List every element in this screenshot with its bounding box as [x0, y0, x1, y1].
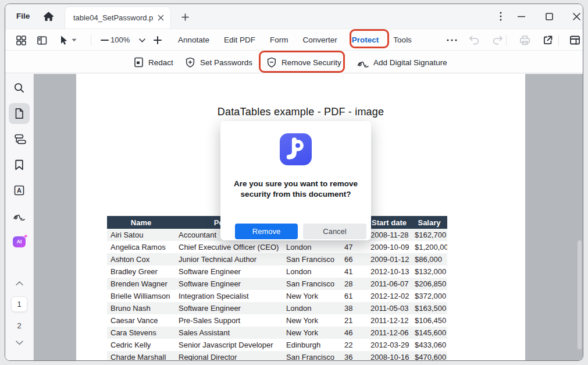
page-up-icon[interactable] — [12, 278, 26, 289]
set-passwords-button[interactable]: Set Passwords — [184, 51, 252, 73]
ribbon-tabs: Annotate Edit PDF Form Converter Protect… — [178, 29, 412, 51]
redact-icon — [133, 56, 144, 68]
table-row: Bruno NashSoftware EngineerLondon382011-… — [107, 302, 447, 314]
tab-protect[interactable]: Protect — [352, 29, 379, 51]
table-cell: Pre-Sales Support — [175, 314, 283, 327]
grid-view-icon[interactable] — [13, 33, 28, 47]
table-cell: Senior Javascript Developer — [175, 339, 283, 351]
table-cell: Bruno Nash — [107, 302, 175, 314]
redo-icon[interactable] — [490, 33, 505, 47]
table-cell: 2011-12-12 — [367, 314, 411, 327]
page-number-2[interactable]: 2 — [17, 318, 21, 332]
table-cell: Software Engineer — [175, 278, 283, 290]
cursor-icon[interactable] — [56, 33, 79, 47]
search-icon[interactable] — [9, 77, 30, 98]
table-row: Cara StevensSales AssistantNew York46201… — [107, 327, 447, 339]
signature-icon[interactable] — [9, 205, 30, 226]
table-row: Brenden WagnerSoftware EngineerSan Franc… — [107, 278, 447, 290]
bookmark-icon[interactable] — [9, 154, 30, 175]
table-cell: 2012-10-13 — [367, 265, 411, 278]
table-row: Bradley GreerSoftware EngineerLondon4120… — [107, 265, 447, 278]
zoom-caret-icon[interactable] — [134, 33, 149, 47]
side-panel-icon[interactable] — [34, 33, 49, 47]
zoom-in-icon[interactable] — [150, 33, 165, 47]
undo-icon[interactable] — [466, 33, 482, 47]
tab-annotate[interactable]: Annotate — [178, 29, 209, 51]
maximize-icon[interactable] — [541, 9, 557, 24]
table-cell: 36 — [341, 351, 367, 361]
window-close-icon[interactable] — [568, 9, 583, 24]
table-cell: $1,200,000 — [411, 241, 447, 253]
table-cell: Brenden Wagner — [107, 278, 175, 290]
app-window: File table04_SetPassword.pdf — [5, 3, 583, 361]
table-cell: 21 — [341, 314, 367, 327]
ellipsis-icon[interactable] — [444, 33, 459, 47]
pdf-document-title: DataTables example - PDF - image — [76, 106, 525, 118]
tab-close-icon[interactable] — [155, 13, 166, 23]
table-row: Cedric KellySenior Javascript DeveloperE… — [107, 339, 447, 351]
outline-icon[interactable] — [9, 129, 30, 150]
table-cell: Sales Assistant — [175, 327, 283, 339]
table-cell: Charde Marshall — [107, 351, 175, 361]
table-cell: 47 — [341, 241, 367, 253]
tab-form[interactable]: Form — [270, 29, 288, 51]
page-thumbnails-icon[interactable] — [9, 103, 30, 124]
layout-icon[interactable] — [567, 33, 582, 47]
tab-tools[interactable]: Tools — [393, 29, 412, 51]
kebab-menu-icon[interactable] — [493, 9, 509, 24]
table-cell: Brielle Williamson — [107, 290, 175, 302]
text-box-icon[interactable]: A — [9, 180, 30, 201]
table-cell: Regional Director — [175, 351, 283, 361]
table-cell: 41 — [341, 265, 367, 278]
table-cell: $162,700 — [411, 229, 447, 241]
protect-toolbar: Redact Set Passwords Remove Security Add… — [5, 51, 583, 73]
vertical-scrollbar[interactable] — [578, 240, 582, 349]
export-icon[interactable] — [540, 33, 555, 47]
cancel-button[interactable]: Cancel — [303, 224, 366, 239]
app-logo — [280, 133, 312, 165]
table-cell: 2011-06-07 — [367, 278, 411, 290]
table-cell: $106,450 — [411, 314, 447, 327]
table-cell: Chief Executive Officer (CEO) — [175, 241, 283, 253]
ai-assistant-icon[interactable]: AI✦ — [9, 231, 30, 252]
remove-button[interactable]: Remove — [235, 224, 298, 239]
table-cell: 46 — [341, 327, 367, 339]
table-cell: Ashton Cox — [107, 253, 175, 265]
remove-security-dialog: Are you sure you want to remove security… — [220, 121, 371, 240]
table-cell: 2008-11-28 — [367, 229, 411, 241]
table-row: Brielle WilliamsonIntegration Specialist… — [107, 290, 447, 302]
zoom-level[interactable]: 100% — [111, 29, 130, 51]
page-down-icon[interactable] — [12, 337, 26, 349]
table-cell: Angelica Ramos — [107, 241, 175, 253]
table-cell: $145,600 — [411, 327, 447, 339]
col-header-name: Name — [107, 216, 175, 229]
table-cell: Edinburgh — [283, 339, 341, 351]
document-tab[interactable]: table04_SetPassword.pdf — [65, 6, 171, 29]
print-icon[interactable] — [517, 33, 532, 47]
home-icon[interactable] — [42, 9, 58, 23]
sidebar: A AI✦ 1 2 — [5, 74, 34, 361]
new-tab-icon[interactable] — [179, 10, 191, 23]
table-row: Angelica RamosChief Executive Officer (C… — [107, 241, 447, 253]
file-menu[interactable]: File — [16, 4, 30, 29]
add-digital-signature-button[interactable]: Add Digital Signature — [357, 51, 447, 73]
table-cell: London — [283, 241, 341, 253]
divider — [506, 35, 507, 45]
table-cell: New York — [283, 290, 341, 302]
redact-button[interactable]: Redact — [133, 51, 173, 73]
col-header-start-date: Start date — [367, 216, 411, 229]
tab-converter[interactable]: Converter — [303, 29, 337, 51]
titlebar: File table04_SetPassword.pdf — [5, 4, 583, 29]
minimize-icon[interactable] — [513, 9, 529, 24]
remove-security-button[interactable]: Remove Security — [266, 51, 341, 73]
table-cell: Integration Specialist — [175, 290, 283, 302]
table-cell: 2012-03-29 — [367, 339, 411, 351]
table-cell: Caesar Vance — [107, 314, 175, 327]
dialog-message: Are you sure you want to remove security… — [228, 179, 364, 199]
table-cell: 2009-01-12 — [367, 253, 411, 265]
table-cell: $206,850 — [411, 278, 447, 290]
table-cell: San Francisco — [283, 253, 341, 265]
tab-edit-pdf[interactable]: Edit PDF — [224, 29, 255, 51]
table-cell: London — [283, 302, 341, 314]
page-number-1[interactable]: 1 — [11, 296, 27, 312]
